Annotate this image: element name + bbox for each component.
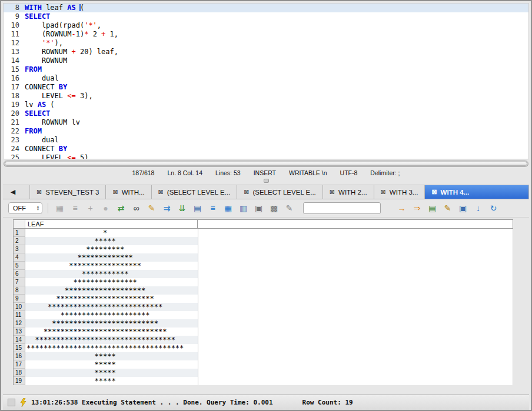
code-line[interactable]: 12 '*'), [4,39,528,48]
tab-close-icon[interactable]: ⊠ [431,188,437,196]
leaf-cell[interactable]: ***************************** [25,328,198,336]
split-view-icon[interactable]: ▥ [237,202,250,215]
table-row[interactable]: 17 ***** [14,360,513,369]
leaf-cell[interactable]: ***** [25,352,198,360]
code-line[interactable]: 16 dual [4,74,528,83]
export-data-icon[interactable]: ▤ [191,202,204,215]
code-line[interactable]: 22FROM [4,127,528,136]
table-row[interactable]: 12 ************************* [14,319,513,328]
explain-plan-icon[interactable]: ▤ [426,202,438,215]
leaf-cell[interactable]: ******************* [25,286,198,295]
code-line[interactable]: 9SELECT [4,12,528,21]
code-text: FROM [25,127,42,136]
spectacles-preview-icon[interactable]: ∞ [130,202,142,215]
code-line[interactable]: 14 ROWNUM [4,56,528,65]
highlight-edit-icon[interactable]: ✎ [145,202,158,215]
edit-log-icon[interactable]: ✎ [441,202,454,215]
code-area[interactable]: 8WITH leaf AS (9SELECT10 lpad(rpad('*',1… [3,3,529,159]
run-current-icon[interactable]: → [395,202,408,215]
panel-splitter[interactable] [3,177,529,185]
filter-input[interactable] [303,202,381,214]
table-row[interactable]: 5 ***************** [14,262,513,270]
code-line[interactable]: 21 ROWNUM lv [4,118,528,127]
editor-tab[interactable]: ⊠WITH... [106,185,151,199]
tab-scroll-left-button[interactable]: ◀ [3,185,23,199]
table-row[interactable]: 13 ***************************** [14,328,513,336]
leaf-cell[interactable]: ********************************* [25,336,198,344]
code-line[interactable]: 23 dual [4,136,528,145]
code-line[interactable]: 13 ROWNUM + 20) leaf, [4,48,528,56]
table-row[interactable]: 9 *********************** [14,295,513,303]
leaf-cell[interactable]: ********************* [25,311,198,319]
tab-close-icon[interactable]: ⊠ [381,188,386,196]
table-row[interactable]: 4 ************* [14,253,513,262]
table-row[interactable]: 6 *********** [14,270,513,278]
code-line[interactable]: 15FROM [4,65,528,74]
editor-tab[interactable]: ⊠STEVEN_TEST 3 [30,185,106,199]
sort-rows-icon[interactable]: ≡ [207,202,219,215]
leaf-cell[interactable]: ***** [25,360,198,369]
leaf-cell[interactable]: *********** [25,270,198,278]
leaf-cell[interactable]: *********************** [25,295,198,303]
scrollbar-thumb[interactable] [5,162,527,166]
leaf-cell[interactable]: ***************** [25,262,198,270]
dropdown-stepper-icon[interactable]: ▲▼ [34,205,42,211]
code-line[interactable]: 17CONNECT BY [4,83,528,92]
save-result-icon[interactable]: ▣ [457,202,469,215]
leaf-cell[interactable]: ************************* [25,319,198,328]
scroll-down-icon[interactable]: ↓ [472,202,484,215]
table-row[interactable]: 8 ******************* [14,286,513,295]
splitter-handle[interactable] [264,179,269,183]
table-row[interactable]: 2 ***** [14,237,513,245]
indent-move-icon[interactable]: ⇉ [161,202,173,215]
format-sql-icon[interactable]: ✎ [283,202,295,215]
table-row[interactable]: 1 * [14,229,513,237]
fetch-more-icon[interactable]: ⇊ [176,202,188,215]
autocommit-dropdown[interactable]: OFF ▲▼ [8,202,42,214]
leaf-cell[interactable]: *************************** [25,303,198,311]
code-line[interactable]: 19lv AS ( [4,101,528,109]
run-all-icon[interactable]: ⇒ [411,202,423,215]
editor-tab[interactable]: ⊠(SELECT LEVEL E... [237,185,323,199]
rollback-icon[interactable]: ↻ [487,202,500,215]
copy-special-icon[interactable]: ▩ [268,202,280,215]
code-line[interactable]: 24CONNECT BY [4,145,528,153]
editor-tab[interactable]: ⊠WITH 4... [425,185,529,199]
leaf-cell[interactable]: * [25,229,198,237]
leaf-cell[interactable]: ************* [25,253,198,262]
table-row[interactable]: 14 ********************************* [14,336,513,344]
table-row[interactable]: 3 ********* [14,245,513,253]
code-line[interactable]: 10 lpad(rpad('*', [4,21,528,30]
leaf-cell[interactable]: ***** [25,369,198,377]
leaf-cell[interactable]: ********* [25,245,198,253]
editor-horizontal-scrollbar[interactable] [4,161,528,167]
tab-close-icon[interactable]: ⊠ [244,188,249,196]
code-line[interactable]: 25 LEVEL <= 5) [4,153,528,159]
code-line[interactable]: 18 LEVEL <= 3), [4,92,528,101]
code-line[interactable]: 20SELECT [4,109,528,118]
reload-data-icon[interactable]: ⇄ [115,202,127,215]
code-line[interactable]: 11 (ROWNUM-1)* 2 + 1, [4,30,528,39]
table-row[interactable]: 11 ********************* [14,311,513,319]
editor-tab[interactable]: ⊠WITH 2... [323,185,374,199]
tab-close-icon[interactable]: ⊠ [330,188,335,196]
table-row[interactable]: 19 ***** [14,377,513,385]
tab-close-icon[interactable]: ⊠ [36,188,42,196]
editor-tab[interactable]: ⊠WITH 3... [374,185,425,199]
editor-tab[interactable]: ⊠(SELECT LEVEL E... [152,185,238,199]
leaf-cell[interactable]: *************** [25,278,198,286]
column-header-leaf[interactable]: LEAF [25,220,198,228]
leaf-cell[interactable]: ************************************* [25,344,198,352]
tab-close-icon[interactable]: ⊠ [158,188,164,196]
table-row[interactable]: 15************************************* [14,344,513,352]
leaf-cell[interactable]: ***** [25,377,198,385]
table-row[interactable]: 16 ***** [14,352,513,360]
table-row[interactable]: 10 *************************** [14,303,513,311]
table-row[interactable]: 18 ***** [14,369,513,377]
copy-icon[interactable]: ▣ [252,202,265,215]
grid-view-icon[interactable]: ▦ [222,202,234,215]
tab-close-icon[interactable]: ⊠ [112,188,118,196]
table-row[interactable]: 7 *************** [14,278,513,286]
leaf-cell[interactable]: ***** [25,237,198,245]
code-line[interactable]: 8WITH leaf AS ( [4,4,528,12]
